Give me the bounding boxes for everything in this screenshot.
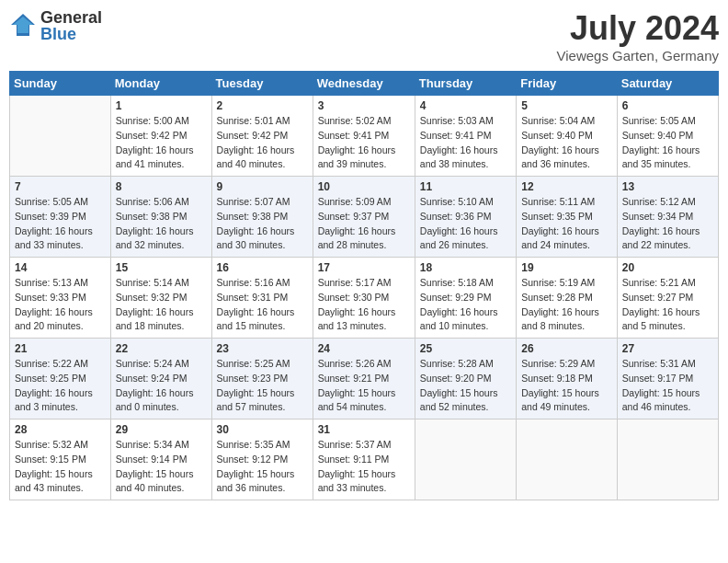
calendar-cell: 17Sunrise: 5:17 AMSunset: 9:30 PMDayligh…: [313, 258, 415, 339]
day-number: 3: [318, 99, 410, 112]
day-number: 11: [420, 180, 511, 193]
day-info: Sunrise: 5:18 AMSunset: 9:29 PMDaylight:…: [420, 276, 511, 334]
calendar-header: SundayMondayTuesdayWednesdayThursdayFrid…: [10, 72, 719, 96]
calendar-cell: 16Sunrise: 5:16 AMSunset: 9:31 PMDayligh…: [211, 258, 313, 339]
calendar-week-2: 7Sunrise: 5:05 AMSunset: 9:39 PMDaylight…: [10, 177, 719, 258]
day-number: 29: [116, 423, 207, 436]
day-number: 21: [15, 342, 106, 355]
calendar-cell: 12Sunrise: 5:11 AMSunset: 9:35 PMDayligh…: [517, 177, 618, 258]
day-header-tuesday: Tuesday: [211, 72, 313, 96]
month-title: July 2024: [557, 9, 719, 48]
day-number: 9: [217, 180, 308, 193]
day-number: 30: [217, 423, 308, 436]
calendar-cell: 7Sunrise: 5:05 AMSunset: 9:39 PMDaylight…: [10, 177, 111, 258]
logo-icon: [9, 12, 37, 40]
day-number: 1: [116, 99, 207, 112]
calendar-cell: 3Sunrise: 5:02 AMSunset: 9:41 PMDaylight…: [313, 96, 415, 177]
calendar-cell: 1Sunrise: 5:00 AMSunset: 9:42 PMDaylight…: [110, 96, 211, 177]
calendar-cell: 27Sunrise: 5:31 AMSunset: 9:17 PMDayligh…: [617, 339, 718, 419]
day-header-friday: Friday: [517, 72, 618, 96]
day-number: 12: [521, 180, 612, 193]
day-info: Sunrise: 5:25 AMSunset: 9:23 PMDaylight:…: [217, 357, 308, 415]
day-info: Sunrise: 5:05 AMSunset: 9:40 PMDaylight:…: [622, 114, 713, 172]
calendar-week-5: 28Sunrise: 5:32 AMSunset: 9:15 PMDayligh…: [10, 419, 719, 500]
day-number: 20: [622, 261, 713, 274]
day-number: 15: [116, 261, 207, 274]
day-info: Sunrise: 5:21 AMSunset: 9:27 PMDaylight:…: [622, 276, 713, 334]
day-number: 28: [15, 423, 106, 436]
day-info: Sunrise: 5:14 AMSunset: 9:32 PMDaylight:…: [116, 276, 207, 334]
calendar-cell: 25Sunrise: 5:28 AMSunset: 9:20 PMDayligh…: [415, 339, 516, 419]
location: Viewegs Garten, Germany: [557, 48, 719, 63]
day-info: Sunrise: 5:01 AMSunset: 9:42 PMDaylight:…: [217, 114, 308, 172]
calendar-cell: 4Sunrise: 5:03 AMSunset: 9:41 PMDaylight…: [415, 96, 516, 177]
day-info: Sunrise: 5:37 AMSunset: 9:11 PMDaylight:…: [318, 438, 410, 496]
calendar-cell: 28Sunrise: 5:32 AMSunset: 9:15 PMDayligh…: [10, 419, 111, 500]
day-header-monday: Monday: [110, 72, 211, 96]
day-number: 4: [420, 99, 511, 112]
calendar-cell: 26Sunrise: 5:29 AMSunset: 9:18 PMDayligh…: [517, 339, 618, 419]
day-number: 17: [318, 261, 410, 274]
day-info: Sunrise: 5:24 AMSunset: 9:24 PMDaylight:…: [116, 357, 207, 415]
calendar-cell: 13Sunrise: 5:12 AMSunset: 9:34 PMDayligh…: [617, 177, 718, 258]
calendar: SundayMondayTuesdayWednesdayThursdayFrid…: [9, 71, 719, 500]
calendar-cell: [415, 419, 516, 500]
title-block: July 2024 Viewegs Garten, Germany: [557, 9, 719, 63]
calendar-cell: 20Sunrise: 5:21 AMSunset: 9:27 PMDayligh…: [617, 258, 718, 339]
svg-marker-1: [13, 17, 33, 33]
day-number: 8: [116, 180, 207, 193]
day-number: 26: [521, 342, 612, 355]
calendar-cell: 18Sunrise: 5:18 AMSunset: 9:29 PMDayligh…: [415, 258, 516, 339]
logo-general-text: General: [40, 9, 102, 26]
logo-text: General Blue: [40, 9, 102, 42]
calendar-cell: 30Sunrise: 5:35 AMSunset: 9:12 PMDayligh…: [211, 419, 313, 500]
day-number: 16: [217, 261, 308, 274]
logo: General Blue: [9, 9, 102, 42]
day-info: Sunrise: 5:12 AMSunset: 9:34 PMDaylight:…: [622, 195, 713, 253]
calendar-cell: 23Sunrise: 5:25 AMSunset: 9:23 PMDayligh…: [211, 339, 313, 419]
calendar-cell: [10, 96, 111, 177]
day-info: Sunrise: 5:32 AMSunset: 9:15 PMDaylight:…: [15, 438, 106, 496]
day-info: Sunrise: 5:03 AMSunset: 9:41 PMDaylight:…: [420, 114, 511, 172]
day-header-saturday: Saturday: [617, 72, 718, 96]
header-row: SundayMondayTuesdayWednesdayThursdayFrid…: [10, 72, 719, 96]
day-number: 7: [15, 180, 106, 193]
day-number: 24: [318, 342, 410, 355]
day-info: Sunrise: 5:04 AMSunset: 9:40 PMDaylight:…: [521, 114, 612, 172]
day-info: Sunrise: 5:19 AMSunset: 9:28 PMDaylight:…: [521, 276, 612, 334]
day-header-wednesday: Wednesday: [313, 72, 415, 96]
calendar-cell: 14Sunrise: 5:13 AMSunset: 9:33 PMDayligh…: [10, 258, 111, 339]
day-number: 23: [217, 342, 308, 355]
calendar-cell: 29Sunrise: 5:34 AMSunset: 9:14 PMDayligh…: [110, 419, 211, 500]
day-number: 6: [622, 99, 713, 112]
day-header-sunday: Sunday: [10, 72, 111, 96]
day-info: Sunrise: 5:02 AMSunset: 9:41 PMDaylight:…: [318, 114, 410, 172]
day-info: Sunrise: 5:26 AMSunset: 9:21 PMDaylight:…: [318, 357, 410, 415]
day-number: 19: [521, 261, 612, 274]
calendar-cell: 11Sunrise: 5:10 AMSunset: 9:36 PMDayligh…: [415, 177, 516, 258]
day-info: Sunrise: 5:10 AMSunset: 9:36 PMDaylight:…: [420, 195, 511, 253]
day-info: Sunrise: 5:06 AMSunset: 9:38 PMDaylight:…: [116, 195, 207, 253]
day-number: 25: [420, 342, 511, 355]
calendar-cell: 6Sunrise: 5:05 AMSunset: 9:40 PMDaylight…: [617, 96, 718, 177]
day-info: Sunrise: 5:31 AMSunset: 9:17 PMDaylight:…: [622, 357, 713, 415]
day-number: 14: [15, 261, 106, 274]
day-number: 31: [318, 423, 410, 436]
calendar-week-3: 14Sunrise: 5:13 AMSunset: 9:33 PMDayligh…: [10, 258, 719, 339]
calendar-cell: [517, 419, 618, 500]
calendar-cell: 9Sunrise: 5:07 AMSunset: 9:38 PMDaylight…: [211, 177, 313, 258]
calendar-cell: 8Sunrise: 5:06 AMSunset: 9:38 PMDaylight…: [110, 177, 211, 258]
day-info: Sunrise: 5:13 AMSunset: 9:33 PMDaylight:…: [15, 276, 106, 334]
calendar-cell: 10Sunrise: 5:09 AMSunset: 9:37 PMDayligh…: [313, 177, 415, 258]
calendar-cell: 24Sunrise: 5:26 AMSunset: 9:21 PMDayligh…: [313, 339, 415, 419]
day-number: 27: [622, 342, 713, 355]
day-info: Sunrise: 5:05 AMSunset: 9:39 PMDaylight:…: [15, 195, 106, 253]
calendar-week-1: 1Sunrise: 5:00 AMSunset: 9:42 PMDaylight…: [10, 96, 719, 177]
day-info: Sunrise: 5:09 AMSunset: 9:37 PMDaylight:…: [318, 195, 410, 253]
calendar-cell: 15Sunrise: 5:14 AMSunset: 9:32 PMDayligh…: [110, 258, 211, 339]
calendar-body: 1Sunrise: 5:00 AMSunset: 9:42 PMDaylight…: [10, 96, 719, 500]
day-info: Sunrise: 5:28 AMSunset: 9:20 PMDaylight:…: [420, 357, 511, 415]
day-number: 2: [217, 99, 308, 112]
day-info: Sunrise: 5:17 AMSunset: 9:30 PMDaylight:…: [318, 276, 410, 334]
day-info: Sunrise: 5:29 AMSunset: 9:18 PMDaylight:…: [521, 357, 612, 415]
